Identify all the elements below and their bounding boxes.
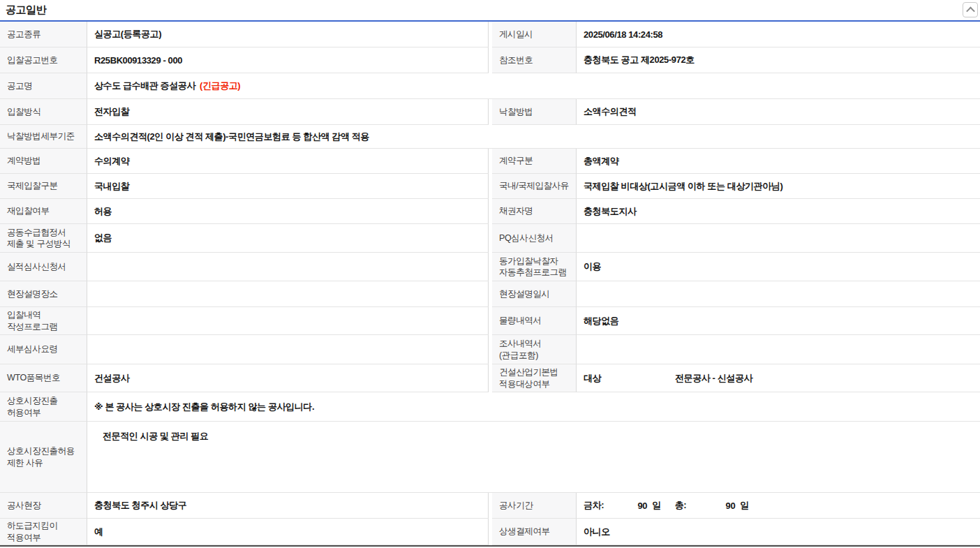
field-label-text: 물량내역서 (499, 315, 542, 326)
field-label-text: 공사기간 (499, 500, 533, 511)
field-label-text: 공사현장 (7, 500, 40, 511)
field-label: 하도급지킴이 적용여부 (0, 519, 87, 545)
field-value (87, 307, 489, 335)
table-row: 실적심사신청서동가입찰낙찰자 자동추첨프로그램이용 (0, 253, 980, 281)
field-label-text: 상호시장진출허용 제한 사유 (7, 445, 75, 468)
field-value (87, 281, 489, 307)
field-label-text: 공고종류 (7, 29, 40, 40)
field-label: 현장설명일시 (492, 281, 577, 307)
field-label: 참조번호 (492, 47, 577, 73)
panel-header: 공고일반 (0, 0, 980, 20)
field-value: 예 (87, 519, 489, 545)
field-label-text: 하도급지킴이 적용여부 (7, 520, 58, 543)
table-row: 현장설명장소현장설명일시 (0, 281, 980, 307)
field-label: 국제입찰구분 (0, 174, 87, 199)
field-label: 공사현장 (0, 493, 87, 519)
field-label-text: 세부심사요령 (7, 343, 58, 355)
table-row: 상호시장진출 허용여부※ 본 공사는 상호시장 진출을 허용하지 않는 공사입니… (0, 392, 980, 422)
field-value: ※ 본 공사는 상호시장 진출을 허용하지 않는 공사입니다. (87, 392, 980, 422)
field-value: 충청북도 청주시 상당구 (87, 493, 489, 519)
field-value (577, 281, 980, 307)
announcement-general-panel: 공고일반 공고종류실공고(등록공고)게시일시2025/06/18 14:24:5… (0, 0, 980, 547)
field-label-text: 공고명 (7, 80, 32, 91)
table-row: 낙찰방법세부기준소액수의견적(2인 이상 견적 제출)-국민연금보험료 등 합산… (0, 125, 980, 149)
field-label: 입찰내역 작성프로그램 (0, 307, 87, 335)
field-value: 해당없음 (577, 307, 980, 335)
field-label: 공사기간 (492, 493, 577, 519)
field-label-text: 실적심사신청서 (7, 261, 66, 272)
field-value: 총액계약 (577, 149, 980, 174)
urgent-notice-badge: (긴급공고) (200, 80, 240, 92)
field-value-text: 상수도 급수배관 증설공사 (94, 80, 195, 92)
table-row: 계약방법수의계약계약구분총액계약 (0, 149, 980, 174)
field-value-text: 2025/06/18 14:24:58 (584, 29, 662, 40)
table-row: 공사현장충청북도 청주시 상당구공사기간금차:90일총:90일 (0, 493, 980, 519)
field-value: 수의계약 (87, 149, 489, 174)
field-value-text: 이용 (584, 260, 601, 273)
field-value-text: 소액수의견적 (584, 105, 637, 118)
field-label-text: 계약구분 (499, 155, 533, 166)
table-row: 상호시장진출허용 제한 사유전문적인 시공 및 관리 필요 (0, 422, 980, 493)
field-label-text: 입찰공고번호 (7, 54, 58, 66)
field-value (577, 335, 980, 364)
field-label-text: 현장설명장소 (7, 288, 58, 299)
field-value-text: 실공고(등록공고) (94, 28, 161, 40)
period-current-days: 90 (604, 501, 647, 511)
field-value-text: 전문적인 시공 및 관리 필요 (103, 430, 208, 443)
field-value (87, 335, 489, 364)
field-label: 입찰방식 (0, 99, 87, 125)
field-label-text: 참조번호 (499, 54, 533, 66)
field-value: 허용 (87, 199, 489, 224)
field-value-text: 대상 (584, 372, 675, 385)
field-label: WTO품목번호 (0, 364, 87, 392)
field-label: 세부심사요령 (0, 335, 87, 364)
field-value: 충청북도지사 (577, 199, 980, 224)
field-value-text: 예 (94, 526, 103, 538)
field-label-text: 현장설명일시 (499, 288, 550, 299)
field-label-text: 계약방법 (7, 155, 40, 166)
field-value: 전자입찰 (87, 99, 489, 125)
field-label: 실적심사신청서 (0, 253, 87, 281)
table-row: 국제입찰구분국내입찰국내/국제입찰사유국제입찰 비대상(고시금액 이하 또는 대… (0, 174, 980, 199)
field-value: 건설공사 (87, 364, 489, 392)
table-row: 공고명상수도 급수배관 증설공사(긴급공고) (0, 73, 980, 99)
collapse-button[interactable] (963, 2, 978, 17)
field-value-text: 국내입찰 (94, 180, 129, 193)
table-row: 공동수급협정서 제출 및 구성방식없음PQ심사신청서 (0, 224, 980, 253)
field-value-text: 해당없음 (584, 315, 618, 327)
field-label-text: 건설산업기본법 적용대상여부 (499, 366, 558, 390)
field-value-text: 충청북도 청주시 상당구 (94, 499, 186, 512)
field-label-text: 상생결제여부 (499, 526, 550, 537)
field-label-text: 입찰내역 작성프로그램 (7, 309, 58, 332)
period-total-label: 총: (675, 499, 687, 512)
field-value (577, 224, 980, 253)
table-row: 공고종류실공고(등록공고)게시일시2025/06/18 14:24:58 (0, 22, 980, 47)
period-total-unit: 일 (740, 499, 749, 512)
field-label: PQ심사신청서 (492, 224, 577, 253)
field-label: 입찰공고번호 (0, 47, 87, 73)
table-row: 재입찰여부허용채권자명충청북도지사 (0, 199, 980, 224)
field-label: 공동수급협정서 제출 및 구성방식 (0, 224, 87, 253)
field-value: R25BK00913329 - 000 (87, 47, 489, 73)
field-value: 상수도 급수배관 증설공사(긴급공고) (87, 73, 980, 99)
field-label-text: 동가입찰낙찰자 자동추첨프로그램 (499, 256, 567, 279)
chevron-up-icon (966, 6, 975, 15)
table-row: 입찰내역 작성프로그램물량내역서해당없음 (0, 307, 980, 335)
field-label-text: 공동수급협정서 제출 및 구성방식 (7, 227, 70, 250)
field-value: 국제입찰 비대상(고시금액 이하 또는 대상기관아님) (577, 174, 980, 199)
field-value: 대상전문공사 - 신설공사 (577, 364, 980, 392)
field-value: 이용 (577, 253, 980, 281)
field-value-text: 건설공사 (94, 372, 129, 385)
field-value: 소액수의견적 (577, 99, 980, 125)
field-label: 상호시장진출허용 제한 사유 (0, 422, 87, 493)
field-value: 실공고(등록공고) (87, 22, 489, 47)
field-value: 금차:90일총:90일 (577, 493, 980, 519)
field-label: 게시일시 (492, 22, 577, 47)
field-value-text: ※ 본 공사는 상호시장 진출을 허용하지 않는 공사입니다. (94, 401, 314, 413)
field-label: 상호시장진출 허용여부 (0, 392, 87, 422)
field-label: 국내/국제입찰사유 (492, 174, 577, 199)
field-value: 충청북도 공고 제2025-972호 (577, 47, 980, 73)
field-label: 현장설명장소 (0, 281, 87, 307)
field-label: 낙찰방법 (492, 99, 577, 125)
field-value-text: 국제입찰 비대상(고시금액 이하 또는 대상기관아님) (584, 180, 782, 193)
